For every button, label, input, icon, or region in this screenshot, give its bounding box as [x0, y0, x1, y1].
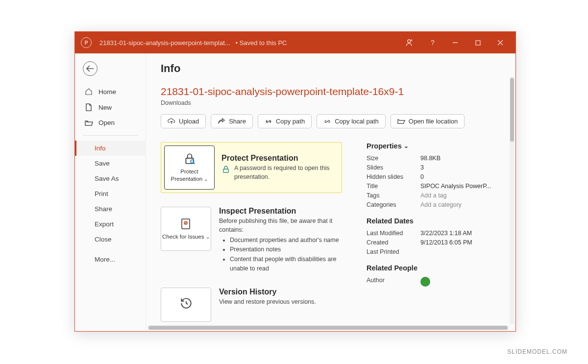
info-left-column: Protect Presentation ⌄ Protect Presentat…	[161, 142, 342, 331]
lock-icon	[183, 152, 196, 165]
copy-local-path-label: Copy local path	[335, 118, 379, 125]
copy-local-path-button[interactable]: Copy local path	[317, 114, 386, 128]
avatar	[420, 277, 430, 287]
horizontal-scrollbar[interactable]	[147, 325, 509, 330]
folder-open-icon	[397, 118, 405, 124]
titlebar: P 21831-01-sipoc-analysis-powerpoint-tem…	[75, 32, 515, 53]
date-created: Created9/12/2013 6:05 PM	[367, 239, 499, 246]
share-button[interactable]: Share	[211, 114, 253, 128]
home-icon	[84, 88, 94, 96]
related-people-heading: Related People	[367, 264, 499, 272]
titlebar-filename: 21831-01-sipoc-analysis-powerpoint-templ…	[99, 39, 287, 47]
open-file-location-label: Open file location	[409, 118, 458, 125]
prop-hidden-slides: Hidden slides0	[367, 173, 499, 180]
svg-rect-9	[182, 219, 190, 229]
protect-presentation-btn-label: Protect Presentation ⌄	[165, 168, 214, 183]
open-icon	[84, 120, 94, 126]
help-icon[interactable]: ?	[421, 32, 444, 53]
scrollbar-thumb[interactable]	[148, 326, 508, 330]
inspect-item: Content that people with disabilities ar…	[230, 255, 342, 274]
author-value	[420, 277, 433, 287]
sidebar-export[interactable]: Export	[75, 217, 146, 232]
inspect-desc: Before publishing this file, be aware th…	[219, 217, 342, 234]
date-last-modified: Last Modified3/22/2023 1:18 AM	[367, 230, 499, 237]
inspect-items: Document properties and author's name Pr…	[219, 236, 342, 274]
sidebar: Home New Open Info Save Save As Print Sh…	[75, 53, 146, 331]
related-people-section: Related People Author	[367, 264, 499, 287]
protect-desc: A password is required to open this pres…	[234, 164, 335, 181]
prop-tags[interactable]: TagsAdd a tag	[367, 192, 499, 199]
protect-presentation-panel: Protect Presentation ⌄ Protect Presentat…	[161, 142, 342, 193]
people-icon[interactable]	[399, 32, 421, 53]
minimize-button[interactable]	[444, 32, 466, 53]
related-dates-section: Related Dates Last Modified3/22/2023 1:1…	[367, 217, 499, 255]
sidebar-print[interactable]: Print	[75, 186, 146, 201]
inspect-text: Inspect Presentation Before publishing t…	[219, 207, 342, 274]
history-icon	[180, 297, 193, 310]
prop-categories[interactable]: CategoriesAdd a category	[367, 201, 499, 208]
lock-mini-icon	[221, 165, 230, 174]
powerpoint-app-icon: P	[81, 37, 92, 48]
vertical-scrollbar[interactable]	[510, 77, 514, 324]
inspect-title: Inspect Presentation	[219, 207, 342, 216]
svg-point-0	[408, 40, 411, 43]
version-history-text: Version History View and restore previou…	[219, 288, 342, 307]
protect-title: Protect Presentation	[221, 154, 335, 163]
file-location[interactable]: Downloads	[161, 99, 515, 106]
svg-rect-8	[223, 169, 229, 172]
copy-path-label: Copy path	[276, 118, 305, 125]
open-file-location-button[interactable]: Open file location	[391, 114, 465, 128]
sidebar-new[interactable]: New	[75, 99, 146, 115]
app-window: P 21831-01-sipoc-analysis-powerpoint-tem…	[74, 31, 516, 332]
protect-presentation-text: Protect Presentation A password is requi…	[221, 154, 335, 181]
version-history-button[interactable]	[161, 288, 211, 322]
sidebar-more[interactable]: More...	[75, 252, 146, 267]
scrollbar-thumb[interactable]	[510, 78, 514, 142]
svg-line-7	[193, 163, 195, 164]
file-actions: Upload Share Copy path Copy local path O…	[161, 114, 515, 128]
prop-slides: Slides3	[367, 164, 499, 171]
link-icon	[323, 119, 331, 124]
sidebar-save-as[interactable]: Save As	[75, 171, 146, 186]
sidebar-save[interactable]: Save	[75, 156, 146, 171]
file-name: 21831-01-sipoc-analysis-powerpoint-templ…	[161, 86, 515, 97]
chevron-down-icon: ⌄	[404, 143, 409, 149]
backstage-body: Home New Open Info Save Save As Print Sh…	[75, 53, 515, 331]
sidebar-info[interactable]: Info	[75, 141, 146, 156]
inspect-item: Document properties and author's name	[230, 236, 342, 245]
upload-icon	[168, 118, 175, 125]
link-icon	[265, 119, 272, 124]
inspect-item: Presentation notes	[230, 245, 342, 254]
filename-short: 21831-01-sipoc-analysis-powerpoint-templ…	[99, 39, 230, 47]
new-icon	[84, 103, 94, 111]
version-history-desc: View and restore previous versions.	[219, 298, 342, 307]
back-button[interactable]	[83, 61, 98, 76]
close-button[interactable]	[489, 32, 512, 53]
maximize-button[interactable]	[466, 32, 489, 53]
inspect-presentation-panel: Check for Issues ⌄ Inspect Presentation …	[161, 207, 342, 274]
properties-section: Properties ⌄ Size98.8KB Slides3 Hidden s…	[367, 142, 499, 208]
protect-presentation-button[interactable]: Protect Presentation ⌄	[164, 146, 215, 190]
check-for-issues-label: Check for Issues ⌄	[162, 233, 210, 241]
svg-rect-2	[476, 41, 480, 45]
check-for-issues-button[interactable]: Check for Issues ⌄	[161, 207, 211, 251]
people-author[interactable]: Author	[367, 277, 499, 287]
version-history-title: Version History	[219, 288, 342, 296]
sidebar-open[interactable]: Open	[75, 115, 146, 130]
sidebar-home-label: Home	[98, 88, 116, 96]
prop-title[interactable]: TitleSIPOC Analysis PowerP...	[367, 183, 499, 190]
sidebar-close[interactable]: Close	[75, 232, 146, 247]
copy-path-button[interactable]: Copy path	[258, 114, 312, 128]
info-pane: Info 21831-01-sipoc-analysis-powerpoint-…	[146, 53, 515, 331]
info-right-column: Properties ⌄ Size98.8KB Slides3 Hidden s…	[367, 142, 499, 295]
sidebar-home[interactable]: Home	[75, 84, 146, 99]
sidebar-new-label: New	[98, 104, 112, 111]
info-content: Protect Presentation ⌄ Protect Presentat…	[161, 142, 515, 331]
share-icon	[218, 118, 225, 125]
date-last-printed: Last Printed	[367, 248, 499, 255]
sidebar-share[interactable]: Share	[75, 201, 146, 217]
properties-heading[interactable]: Properties ⌄	[367, 142, 499, 150]
prop-size: Size98.8KB	[367, 155, 499, 162]
watermark: SLIDEMODEL.COM	[507, 348, 567, 355]
upload-button[interactable]: Upload	[161, 114, 206, 128]
